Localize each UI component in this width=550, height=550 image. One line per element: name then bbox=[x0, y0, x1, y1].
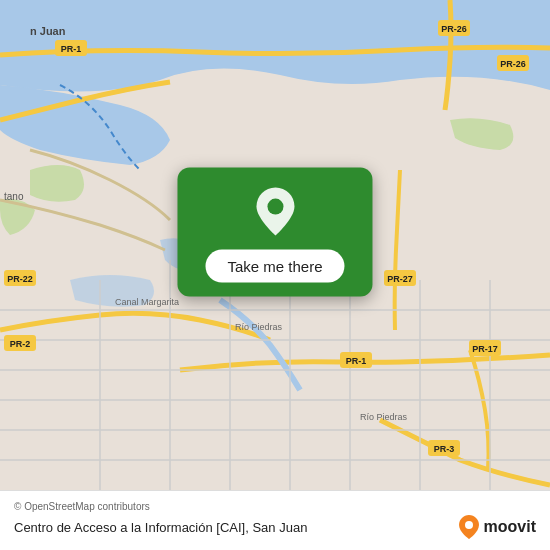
place-name: Centro de Acceso a la Información [CAI],… bbox=[14, 520, 307, 535]
svg-text:n Juan: n Juan bbox=[30, 25, 66, 37]
svg-text:PR-1: PR-1 bbox=[346, 356, 367, 366]
svg-text:PR-2: PR-2 bbox=[10, 339, 31, 349]
moovit-brand-text: moovit bbox=[484, 518, 536, 536]
svg-text:Río Piedras: Río Piedras bbox=[235, 322, 283, 332]
location-card: Take me there bbox=[177, 168, 372, 297]
svg-text:PR-22: PR-22 bbox=[7, 274, 33, 284]
map-pin-icon bbox=[253, 186, 297, 238]
map-attribution: © OpenStreetMap contributors bbox=[14, 501, 536, 512]
svg-text:PR-1: PR-1 bbox=[61, 44, 82, 54]
svg-text:Río Piedras: Río Piedras bbox=[360, 412, 408, 422]
svg-text:PR-3: PR-3 bbox=[434, 444, 455, 454]
svg-point-38 bbox=[465, 521, 473, 529]
place-info: Centro de Acceso a la Información [CAI],… bbox=[14, 514, 536, 540]
moovit-pin-icon bbox=[458, 514, 480, 540]
svg-text:PR-26: PR-26 bbox=[441, 24, 467, 34]
svg-text:tano: tano bbox=[4, 191, 24, 202]
moovit-logo: moovit bbox=[458, 514, 536, 540]
map-container: PR-1 PR-22 PR-2 PR-26 PR-26 PR-27 PR-1 P… bbox=[0, 0, 550, 490]
svg-text:PR-26: PR-26 bbox=[500, 59, 526, 69]
take-me-there-button[interactable]: Take me there bbox=[205, 250, 344, 283]
svg-point-37 bbox=[267, 199, 283, 215]
bottom-bar: © OpenStreetMap contributors Centro de A… bbox=[0, 490, 550, 550]
svg-text:PR-17: PR-17 bbox=[472, 344, 498, 354]
svg-text:Canal Margarita: Canal Margarita bbox=[115, 297, 179, 307]
svg-text:PR-27: PR-27 bbox=[387, 274, 413, 284]
